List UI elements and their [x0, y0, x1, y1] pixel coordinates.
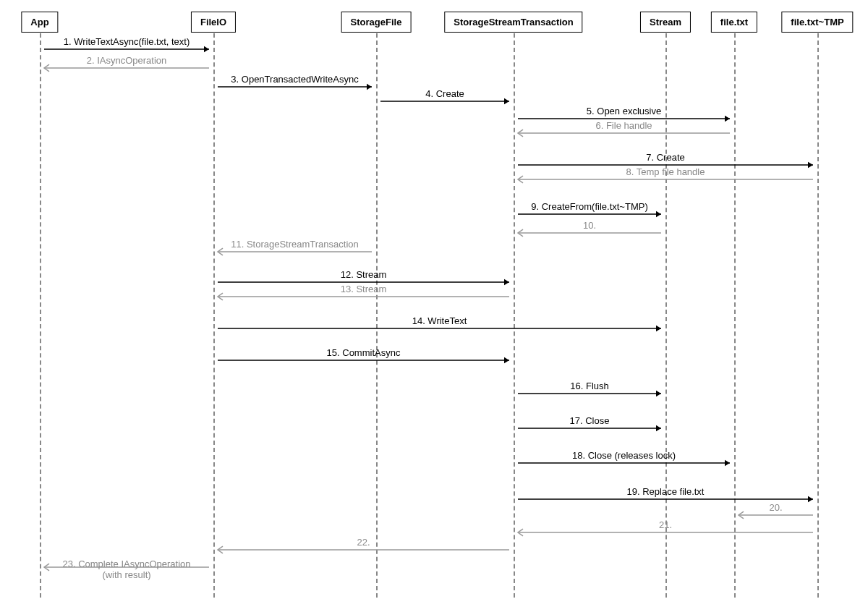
participant-app: App [21, 12, 58, 33]
message-label-22: 22. [357, 537, 370, 548]
message-label-16: 16. Flush [570, 381, 608, 391]
svg-marker-11 [808, 162, 813, 168]
participant-stream: Stream [640, 12, 691, 33]
svg-marker-23 [504, 357, 509, 363]
lifeline-filetxt [734, 33, 736, 598]
message-label-18: 18. Close (releases lock) [572, 450, 676, 461]
message-label-10: 10. [583, 220, 596, 231]
message-label-7: 7. Create [646, 152, 684, 163]
message-label-21: 21. [659, 519, 672, 530]
svg-marker-27 [656, 425, 661, 431]
message-label-5: 5. Open exclusive [587, 106, 661, 116]
svg-marker-4 [367, 84, 372, 90]
message-label-19: 19. Replace file.txt [627, 486, 705, 497]
participant-storagefile: StorageFile [341, 12, 412, 33]
svg-marker-29 [725, 460, 730, 466]
message-label-13: 13. Stream [341, 284, 387, 294]
svg-marker-25 [656, 391, 661, 396]
message-label-9: 9. CreateFrom(file.txt~TMP) [531, 201, 647, 212]
participant-tmp: file.txt~TMP [781, 12, 853, 33]
message-label-8: 8. Temp file handle [626, 166, 705, 177]
lifeline-tmp [817, 33, 819, 598]
message-label-23: 23. Complete IAsyncOperation(with result… [62, 558, 190, 580]
lifeline-storagefile [376, 33, 378, 598]
svg-marker-14 [656, 211, 661, 217]
message-label-20: 20. [769, 502, 782, 513]
message-label-17: 17. Close [570, 415, 610, 426]
svg-marker-31 [808, 496, 813, 502]
svg-marker-21 [656, 326, 661, 331]
message-label-14: 14. WriteText [412, 315, 467, 326]
participant-filetxt: file.txt [711, 12, 757, 33]
svg-marker-6 [504, 98, 509, 104]
message-label-6: 6. File handle [595, 120, 652, 131]
lifeline-sst [514, 33, 515, 598]
participant-sst: StorageStreamTransaction [444, 12, 582, 33]
svg-marker-1 [204, 46, 209, 52]
lifeline-app [40, 33, 41, 598]
message-label-3: 3. OpenTransactedWriteAsync [231, 74, 358, 85]
lifeline-fileio [213, 33, 215, 598]
message-label-2: 2. IAsyncOperation [87, 55, 167, 66]
svg-marker-8 [725, 116, 730, 122]
message-label-11: 11. StorageStreamTransaction [231, 239, 359, 250]
message-label-12: 12. Stream [341, 269, 387, 280]
participant-fileio: FileIO [191, 12, 236, 33]
svg-marker-18 [504, 279, 509, 285]
message-label-1: 1. WriteTextAsync(file.txt, text) [64, 36, 190, 47]
message-label-15: 15. CommitAsync [327, 347, 401, 358]
lifeline-stream [665, 33, 667, 598]
message-label-4: 4. Create [425, 88, 464, 99]
